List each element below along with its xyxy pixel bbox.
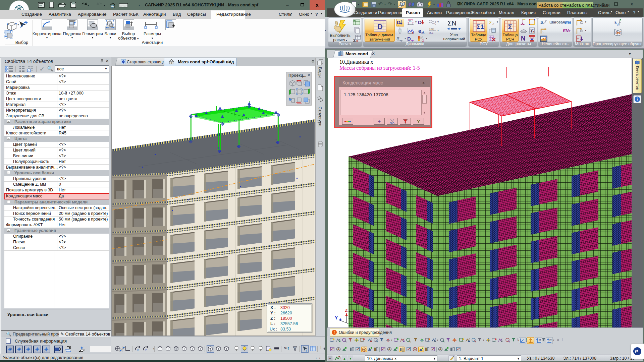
svg-text:S: S (540, 20, 543, 25)
svg-text:α: α (356, 39, 358, 43)
svg-text:ak: ak (421, 31, 425, 34)
svg-text:D: D (397, 19, 400, 25)
svg-text:D: D (377, 22, 383, 31)
svg-text:▾: ▾ (104, 4, 105, 7)
svg-text:e: e (418, 28, 421, 34)
svg-text:D: D (407, 36, 411, 42)
svg-text:If: If (396, 36, 399, 41)
svg-text:N: N (521, 35, 526, 42)
svg-text:№: № (284, 346, 287, 350)
svg-text:xy: xy (399, 39, 402, 42)
svg-text:▾: ▾ (88, 4, 89, 7)
svg-text:d: d (617, 23, 619, 26)
svg-text:D: D (418, 19, 422, 25)
svg-text:x: x (137, 348, 139, 351)
svg-text:↨m↨: ↨m↨ (429, 27, 435, 31)
svg-text:▾: ▾ (139, 4, 140, 7)
svg-text:+: + (6, 69, 7, 72)
svg-text:m: m (409, 19, 412, 23)
svg-text:Σ: Σ (508, 23, 512, 31)
svg-text:Σ: Σ (489, 19, 492, 25)
svg-text:Z: Z (345, 308, 348, 313)
svg-text:Σ1: Σ1 (477, 23, 484, 30)
svg-text:x: x (532, 30, 535, 34)
svg-text:ξ: ξ (434, 20, 436, 25)
svg-text:σ: σ (492, 22, 494, 26)
svg-text:xz: xz (539, 339, 541, 341)
svg-text:xy: xy (549, 339, 552, 341)
svg-text:y: y (145, 348, 147, 351)
svg-text:25: 25 (340, 55, 343, 57)
svg-text:α: α (422, 38, 424, 42)
svg-text:+: + (6, 66, 7, 69)
svg-text:k: k (614, 20, 617, 25)
svg-text:+: + (577, 37, 579, 41)
svg-text:Y: Y (335, 315, 338, 320)
svg-text:Σ: Σ (353, 38, 356, 43)
svg-text:ak: ak (431, 32, 434, 35)
svg-text:▾: ▾ (17, 23, 19, 26)
svg-text:ΣN: ΣN (447, 19, 457, 27)
